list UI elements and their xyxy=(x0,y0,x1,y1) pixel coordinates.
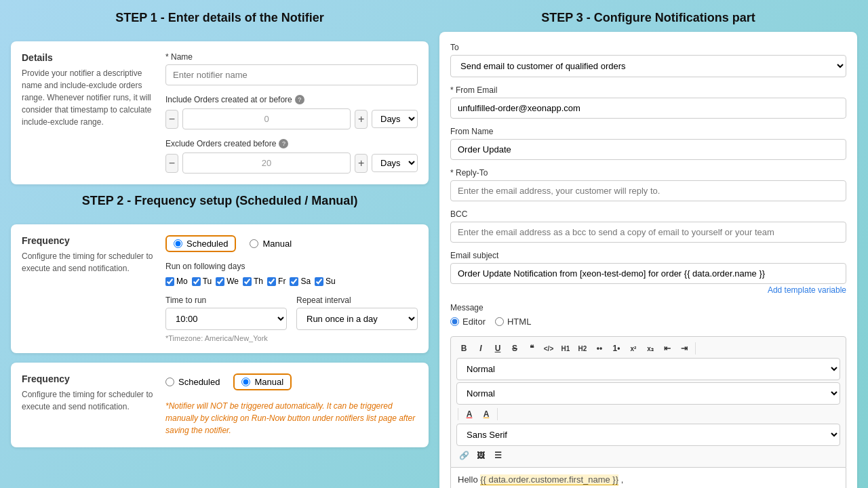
manual-freq-left: Frequency Configure the timing for sched… xyxy=(22,373,157,436)
from-email-input[interactable] xyxy=(450,98,846,119)
highlight-color-button[interactable]: A xyxy=(479,407,494,422)
day-tu[interactable]: Tu xyxy=(192,277,212,286)
editor-radio-option[interactable]: Editor xyxy=(450,317,486,327)
message-label: Message xyxy=(450,303,846,312)
ordered-list-button[interactable]: 1• xyxy=(609,341,624,356)
step3-panel: STEP 3 - Configure Notifications part To… xyxy=(439,11,857,488)
day-th[interactable]: Th xyxy=(243,277,263,286)
font-color-button[interactable]: A xyxy=(462,407,477,422)
notifier-name-input[interactable] xyxy=(165,64,418,85)
from-email-field: * From Email xyxy=(450,85,846,119)
html-radio[interactable] xyxy=(495,317,504,326)
font-select[interactable]: Sans Serif xyxy=(456,424,840,446)
bcc-input[interactable] xyxy=(450,222,846,243)
message-section: Message Editor HTML B I U S ❝ xyxy=(450,303,846,488)
manual-freq-right: Scheduled Manual *Notifier will NOT be t… xyxy=(165,373,418,436)
scheduled-radio[interactable] xyxy=(174,239,182,248)
bcc-field: BCC xyxy=(450,209,846,243)
step2-title: STEP 2 - Frequency setup (Scheduled / Ma… xyxy=(11,194,429,208)
from-name-input[interactable] xyxy=(450,139,846,160)
exclude-orders-section: Exclude Orders created before ? − + Days xyxy=(165,139,418,174)
day-fr[interactable]: Fr xyxy=(267,277,285,286)
details-form: * Name Include Orders created at or befo… xyxy=(165,52,418,174)
manual-radio-group: Scheduled Manual xyxy=(165,373,418,390)
manual-radio-option[interactable]: Manual xyxy=(250,235,292,252)
scheduled-frequency-layout: Frequency Configure the timing for sched… xyxy=(22,235,418,342)
step1-title: STEP 1 - Enter details of the Notifier xyxy=(11,11,429,25)
strikethrough-button[interactable]: S xyxy=(507,341,522,356)
time-to-run-field: Time to run 10:00 xyxy=(165,296,287,330)
subscript-button[interactable]: x₂ xyxy=(643,341,658,356)
link-button[interactable]: 🔗 xyxy=(456,448,471,463)
editor-body[interactable]: Hello {{ data.order.customer.first_name … xyxy=(450,468,846,488)
include-orders-section: Include Orders created at or before ? − … xyxy=(165,95,418,129)
email-subject-label: Email subject xyxy=(450,251,846,260)
include-value-input[interactable] xyxy=(182,108,351,129)
include-unit-select[interactable]: Days xyxy=(372,110,418,128)
manual-note: *Notifier will NOT be triggered automati… xyxy=(165,400,418,436)
reply-to-input[interactable] xyxy=(450,180,846,201)
time-to-run-label: Time to run xyxy=(165,296,287,305)
bullet-list-button[interactable]: •• xyxy=(592,341,607,356)
manual-freq-heading: Frequency xyxy=(22,373,157,384)
exclude-stepper-row: − + Days xyxy=(165,152,418,174)
indent-decrease-button[interactable]: ⇤ xyxy=(660,341,675,356)
timezone-note: *Timezone: America/New_York xyxy=(165,334,418,342)
time-to-run-select[interactable]: 10:00 xyxy=(165,308,287,330)
toolbar-separator-1 xyxy=(695,342,696,354)
size-select[interactable]: Normal xyxy=(456,382,840,405)
include-help-icon[interactable]: ? xyxy=(295,95,304,104)
underline-button[interactable]: U xyxy=(490,341,505,356)
scheduled-radio-manual-card[interactable] xyxy=(165,378,174,386)
editor-toolbar: B I U S ❝ </> H1 H2 •• 1• x² x₂ ⇤ ⇥ Norm… xyxy=(450,336,846,468)
bold-button[interactable]: B xyxy=(456,341,471,356)
h2-button[interactable]: H2 xyxy=(575,341,590,356)
include-orders-label: Include Orders created at or before xyxy=(165,95,292,104)
step3-card: To Send email to customer of qualified o… xyxy=(439,32,857,488)
repeat-interval-select[interactable]: Run once in a day xyxy=(296,308,418,330)
superscript-button[interactable]: x² xyxy=(626,341,641,356)
add-template-variable-link[interactable]: Add template variable xyxy=(450,285,846,295)
day-sa[interactable]: Sa xyxy=(290,277,311,286)
day-we[interactable]: We xyxy=(216,277,239,286)
editor-radio[interactable] xyxy=(450,317,459,326)
notifier-name-field: * Name xyxy=(165,52,418,85)
exclude-increment-button[interactable]: + xyxy=(355,154,368,173)
italic-button[interactable]: I xyxy=(473,341,488,356)
editor-label: Editor xyxy=(462,317,486,327)
blockquote-button[interactable]: ❝ xyxy=(524,341,539,356)
exclude-value-input[interactable] xyxy=(182,152,351,174)
h1-button[interactable]: H1 xyxy=(558,341,573,356)
exclude-help-icon[interactable]: ? xyxy=(279,139,288,148)
scheduled-freq-right: Scheduled Manual Run on following days M… xyxy=(165,235,418,342)
align-button[interactable]: ☰ xyxy=(490,448,505,463)
day-mo[interactable]: Mo xyxy=(165,277,188,286)
html-radio-option[interactable]: HTML xyxy=(495,317,531,327)
scheduled-label-manual-card: Scheduled xyxy=(178,377,220,387)
scheduled-radio-label: Scheduled xyxy=(186,239,228,249)
repeat-interval-label: Repeat interval xyxy=(296,296,418,305)
image-button[interactable]: 🖼 xyxy=(473,448,488,463)
to-select[interactable]: Send email to customer of qualified orde… xyxy=(450,55,846,77)
include-decrement-button[interactable]: − xyxy=(165,110,178,129)
manual-radio-label: Manual xyxy=(262,239,292,249)
include-stepper-row: − + Days xyxy=(165,108,418,129)
code-button[interactable]: </> xyxy=(541,341,556,356)
from-name-field: From Name xyxy=(450,127,846,160)
include-increment-button[interactable]: + xyxy=(355,110,368,129)
scheduled-option-manual-card[interactable]: Scheduled xyxy=(165,373,220,390)
repeat-interval-field: Repeat interval Run once in a day xyxy=(296,296,418,330)
toolbar-separator-3 xyxy=(497,408,498,420)
day-su[interactable]: Su xyxy=(315,277,336,286)
exclude-decrement-button[interactable]: − xyxy=(165,154,178,173)
manual-frequency-card: Frequency Configure the timing for sched… xyxy=(11,363,429,447)
indent-increase-button[interactable]: ⇥ xyxy=(677,341,692,356)
manual-radio[interactable] xyxy=(250,239,258,248)
manual-radio-manual-card[interactable] xyxy=(241,378,250,386)
details-description-panel: Details Provide your notifier a descript… xyxy=(22,52,157,174)
format-select[interactable]: Normal xyxy=(456,358,840,380)
exclude-unit-select[interactable]: Days xyxy=(372,154,418,172)
scheduled-frequency-card: Frequency Configure the timing for sched… xyxy=(11,224,429,353)
email-subject-input[interactable] xyxy=(450,263,846,284)
manual-label-manual-card: Manual xyxy=(254,377,283,387)
